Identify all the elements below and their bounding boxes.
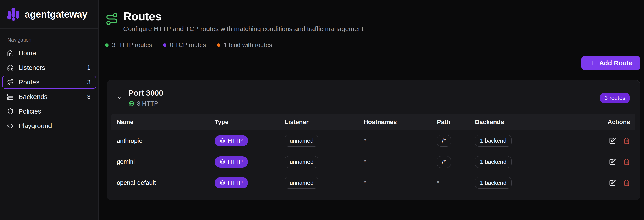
type-label: HTTP	[228, 179, 243, 186]
stat-tcp-routes: 0 TCP routes	[163, 42, 206, 49]
listener-badge: unnamed	[284, 177, 318, 189]
sidebar-item-policies[interactable]: Policies	[2, 105, 96, 118]
edit-route-button[interactable]	[609, 137, 616, 144]
path-value: *	[437, 179, 475, 186]
backends-badge: 1 backend	[475, 135, 512, 147]
sidebar-item-home[interactable]: Home	[2, 47, 96, 60]
sidebar-item-routes[interactable]: Routes 3	[2, 76, 96, 89]
delete-route-button[interactable]	[623, 137, 630, 144]
route-name: gemini	[117, 158, 214, 165]
delete-route-button[interactable]	[623, 179, 630, 186]
stat-label: 3 HTTP routes	[112, 42, 152, 49]
routes-page-icon	[105, 12, 118, 26]
edit-route-button[interactable]	[609, 179, 616, 186]
hostnames-value: *	[364, 179, 437, 186]
orange-status-dot	[217, 44, 220, 47]
type-badge: HTTP	[214, 177, 248, 188]
listener-badge: unnamed	[284, 156, 318, 168]
stat-binds: 1 bind with routes	[217, 42, 272, 49]
stat-label: 0 TCP routes	[170, 42, 206, 49]
port-group-card: Port 3000 3 HTTP 3 routes Name Type List…	[107, 80, 640, 200]
backends-badge: 1 backend	[475, 156, 512, 168]
column-header-type: Type	[214, 119, 284, 126]
brand-name: agentgateway	[25, 9, 88, 20]
routes-count-badge: 3 routes	[600, 93, 630, 103]
table-row: openai-default HTTP unnamed * * 1 backen…	[111, 172, 636, 193]
sidebar-item-playground[interactable]: Playground	[2, 119, 96, 132]
row-actions	[584, 137, 630, 144]
sidebar-item-backends[interactable]: Backends 3	[2, 90, 96, 103]
sidebar-item-count: 3	[87, 93, 90, 100]
type-label: HTTP	[228, 158, 243, 165]
path-badge: /*	[437, 135, 451, 147]
sidebar-item-label: Routes	[18, 79, 40, 86]
globe-icon	[220, 159, 225, 164]
edit-route-button[interactable]	[609, 158, 616, 165]
stat-label: 1 bind with routes	[224, 42, 272, 49]
sidebar-item-label: Playground	[18, 122, 52, 130]
port-group-title: Port 3000	[128, 89, 163, 97]
agentgateway-logo-icon	[6, 8, 20, 21]
page-subtitle: Configure HTTP and TCP routes with match…	[123, 25, 364, 33]
hostnames-value: *	[364, 137, 437, 144]
trash-icon	[623, 179, 630, 186]
column-header-actions: Actions	[584, 119, 630, 126]
headphones-icon	[7, 64, 14, 71]
column-header-name: Name	[117, 119, 214, 126]
type-badge: HTTP	[214, 135, 248, 146]
column-header-path: Path	[437, 119, 475, 126]
type-label: HTTP	[228, 137, 243, 144]
delete-route-button[interactable]	[623, 158, 630, 165]
edit-icon	[609, 158, 616, 165]
purple-status-dot	[163, 44, 166, 47]
sidebar-item-count: 1	[87, 64, 90, 71]
globe-icon	[220, 180, 225, 185]
add-route-label: Add Route	[599, 59, 632, 67]
routes-table: Name Type Listener Hostnames Path Backen…	[111, 114, 636, 193]
table-header-row: Name Type Listener Hostnames Path Backen…	[111, 114, 636, 130]
route-icon	[7, 79, 14, 86]
stat-http-routes: 3 HTTP routes	[105, 42, 152, 49]
trash-icon	[623, 137, 630, 144]
sidebar-item-listeners[interactable]: Listeners 1	[2, 61, 96, 74]
edit-icon	[609, 179, 616, 186]
brand-header: agentgateway	[0, 0, 98, 29]
listener-badge: unnamed	[284, 135, 318, 147]
route-name: anthropic	[117, 137, 214, 144]
toolbar: Add Route	[105, 56, 640, 70]
code-icon	[7, 123, 14, 129]
globe-icon	[128, 101, 134, 106]
server-icon	[7, 93, 14, 100]
shield-icon	[7, 108, 14, 115]
add-route-button[interactable]: Add Route	[582, 56, 640, 70]
stats-row: 3 HTTP routes 0 TCP routes 1 bind with r…	[105, 42, 640, 49]
page-title: Routes	[123, 10, 364, 23]
sidebar-item-count: 3	[87, 79, 90, 86]
row-actions	[584, 158, 630, 165]
table-row: gemini HTTP unnamed * /* 1 backend	[111, 151, 636, 172]
port-group-header: Port 3000 3 HTTP 3 routes	[107, 80, 640, 114]
port-group-subtitle: 3 HTTP	[128, 100, 163, 107]
route-name: openai-default	[117, 179, 214, 186]
green-status-dot	[105, 44, 108, 47]
sidebar-item-label: Listeners	[18, 64, 45, 71]
home-icon	[7, 50, 14, 56]
page-header: Routes Configure HTTP and TCP routes wit…	[105, 0, 640, 33]
nav-list: Home Listeners 1 Routes 3 Backends 3 Pol…	[0, 47, 98, 132]
column-header-backends: Backends	[475, 119, 584, 126]
edit-icon	[609, 137, 616, 144]
column-header-listener: Listener	[284, 119, 364, 126]
column-header-hostnames: Hostnames	[364, 119, 437, 126]
plus-icon	[589, 60, 596, 66]
main-content: Routes Configure HTTP and TCP routes wit…	[98, 0, 644, 220]
port-http-count: 3 HTTP	[137, 100, 158, 107]
chevron-down-icon[interactable]	[117, 95, 123, 101]
row-actions	[584, 179, 630, 186]
type-badge: HTTP	[214, 156, 248, 167]
backends-badge: 1 backend	[475, 177, 512, 189]
sidebar-item-label: Policies	[18, 108, 41, 115]
sidebar-item-label: Home	[18, 49, 36, 57]
table-row: anthropic HTTP unnamed * /* 1 backend	[111, 130, 636, 151]
globe-icon	[220, 138, 225, 143]
path-badge: /*	[437, 156, 451, 168]
